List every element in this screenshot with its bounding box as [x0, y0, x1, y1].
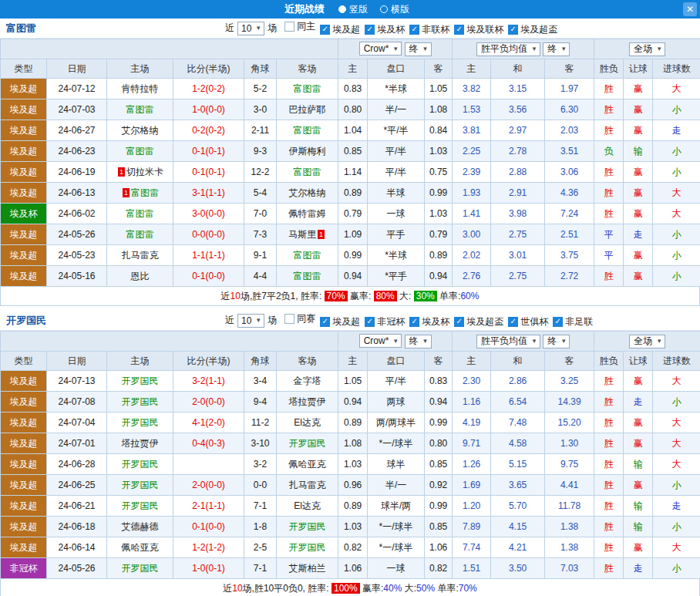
euro-final-select[interactable]: 终▼	[543, 42, 570, 56]
near-label: 近	[225, 314, 234, 327]
checkbox-checked-icon: ✓	[409, 317, 419, 327]
home-team-cell: 富图雷	[107, 99, 173, 120]
score-cell: 0-0(0-0)	[173, 224, 244, 245]
euro-away-odds: 1.97	[545, 79, 594, 99]
close-button[interactable]: ✕	[683, 2, 697, 16]
filter-checkbox[interactable]: ✓埃及杯	[365, 23, 405, 36]
bookmaker-final-select[interactable]: 终▼	[405, 335, 432, 349]
asian-away-odds: 0.79	[425, 224, 453, 245]
euro-home-odds: 3.00	[453, 224, 491, 245]
filter-row: 开罗国民 近 10 ▼ 场 同赛✓埃及超✓非冠杯✓埃及杯✓埃及超盃✓世俱杯✓非足…	[0, 311, 700, 331]
home-team-cell: 1切拉米卡	[107, 162, 173, 183]
corner-cell: 3-4	[244, 371, 277, 392]
away-team-cell: 富图雷	[277, 266, 338, 287]
away-team-cell: 开罗国民	[277, 537, 338, 558]
filter-checkbox[interactable]: 同赛	[284, 312, 315, 325]
filter-checkbox[interactable]: 同主	[284, 20, 315, 33]
match-type-badge: 埃及超	[1, 392, 47, 412]
euro-home-odds: 3.81	[453, 120, 491, 141]
filter-checkbox[interactable]: ✓埃及超	[320, 23, 360, 36]
score-cell: 3-0(0-0)	[173, 204, 244, 224]
scope-select[interactable]: 全场▼	[629, 335, 665, 349]
match-count-select[interactable]: 10 ▼	[237, 22, 264, 35]
result-cell: 胜	[594, 454, 624, 475]
bookmaker-final-select[interactable]: 终▼	[405, 42, 432, 56]
column-header-0: 类型	[1, 59, 47, 79]
asian-away-odds: 0.94	[425, 266, 453, 287]
handicap-cell: 平/半	[368, 162, 425, 183]
match-count-value: 10	[241, 23, 251, 34]
filter-checkbox[interactable]: ✓埃及超盃	[454, 315, 503, 328]
summary-value: 40%	[383, 583, 402, 594]
match-row: 埃及超24-06-14佩哈亚克1-2(1-2)2-5开罗国民0.82*一/球半1…	[1, 537, 700, 558]
asian-home-odds: 1.09	[338, 224, 368, 245]
asian-home-odds: 0.94	[338, 392, 368, 412]
away-team-cell: 开罗国民	[277, 517, 338, 537]
away-team-cell: 塔拉贾伊	[277, 392, 338, 412]
home-team-name: 富图雷	[126, 229, 154, 240]
filter-checkbox[interactable]: ✓非冠杯	[365, 315, 405, 328]
euro-home-odds: 2.30	[453, 371, 491, 392]
bookmaker-select[interactable]: Crow*▼	[359, 334, 402, 348]
goals-result-cell: 小	[653, 266, 700, 287]
close-icon: ✕	[686, 4, 694, 15]
date-cell: 24-06-28	[47, 454, 107, 475]
scope-select[interactable]: 全场▼	[629, 42, 665, 56]
date-cell: 24-06-02	[47, 204, 107, 224]
match-type-badge: 埃及超	[1, 412, 47, 433]
corner-cell: 3-0	[244, 99, 277, 120]
layout-radio-vertical[interactable]: 竖版	[338, 3, 368, 16]
euro-home-odds: 7.89	[453, 517, 491, 537]
date-cell: 24-07-13	[47, 371, 107, 392]
away-team-name: 伊斯梅利	[289, 146, 326, 157]
chevron-down-icon: ▼	[255, 25, 261, 32]
filter-checkbox[interactable]: ✓非联杯	[409, 23, 449, 36]
filter-checkbox[interactable]: ✓埃及联杯	[454, 23, 503, 36]
asian-home-odds: 0.89	[338, 183, 368, 204]
chevron-down-icon: ▼	[422, 45, 429, 52]
away-team-cell: 艾斯柏兰	[277, 558, 338, 579]
bookmaker-select[interactable]: Crow*▼	[359, 42, 402, 56]
away-team-cell: El达克	[277, 412, 338, 433]
checkbox-label: 埃及超	[332, 23, 360, 36]
euro-away-odds: 1.30	[545, 433, 594, 454]
euro-home-odds: 1.16	[453, 392, 491, 412]
home-team-name: 富图雷	[126, 208, 154, 219]
euro-home-odds: 2.25	[453, 141, 491, 162]
euro-away-odds: 2.51	[545, 224, 594, 245]
filter-checkbox[interactable]: ✓世俱杯	[508, 315, 548, 328]
asian-home-odds: 0.99	[338, 245, 368, 266]
goals-result-cell: 小	[653, 224, 700, 245]
euro-draw-odds: 4.58	[491, 433, 545, 454]
asian-home-odds: 0.80	[338, 99, 368, 120]
score-cell	[173, 454, 244, 475]
corner-cell: 9-1	[244, 245, 277, 266]
filter-checkbox[interactable]: ✓埃及超	[320, 315, 360, 328]
column-header-5: 客场	[277, 59, 338, 79]
layout-radio-horizontal[interactable]: 横版	[380, 3, 409, 16]
match-count-select[interactable]: 10 ▼	[237, 314, 264, 328]
euro-home-odds: 7.74	[453, 537, 491, 558]
score-cell: 4-1(2-0)	[173, 412, 244, 433]
filter-checkbox[interactable]: ✓埃及超盃	[508, 23, 557, 36]
titlebar: 近期战绩 竖版 横版 ✕	[0, 0, 700, 19]
euro-draw-odds: 2.86	[491, 371, 545, 392]
checkbox-checked-icon: ✓	[454, 317, 464, 327]
filter-checkbox[interactable]: ✓埃及杯	[409, 315, 449, 328]
match-type-badge: 埃及超	[1, 79, 47, 99]
corner-cell: 7-1	[244, 496, 277, 517]
euro-final-select[interactable]: 终▼	[543, 335, 570, 349]
handicap-cell: *一/球半	[368, 537, 425, 558]
corner-cell: 5-2	[244, 79, 277, 99]
euro-average-select[interactable]: 胜平负均值▼	[476, 335, 540, 349]
filter-checkbox[interactable]: ✓非足联	[553, 315, 593, 328]
euro-average-select[interactable]: 胜平负均值▼	[476, 42, 540, 56]
summary-value: 60%	[460, 291, 479, 301]
handicap-result-cell: 走	[624, 392, 653, 412]
home-team-name: 切拉米卡	[126, 167, 163, 177]
away-team-cell: 佩哈亚克	[277, 454, 338, 475]
empty-header-cell	[1, 39, 338, 59]
corner-cell: 11-2	[244, 412, 277, 433]
date-cell: 24-06-21	[47, 496, 107, 517]
match-row: 埃及超24-06-18艾德赫德0-1(0-0)1-8开罗国民1.03*一/球半0…	[1, 517, 700, 537]
